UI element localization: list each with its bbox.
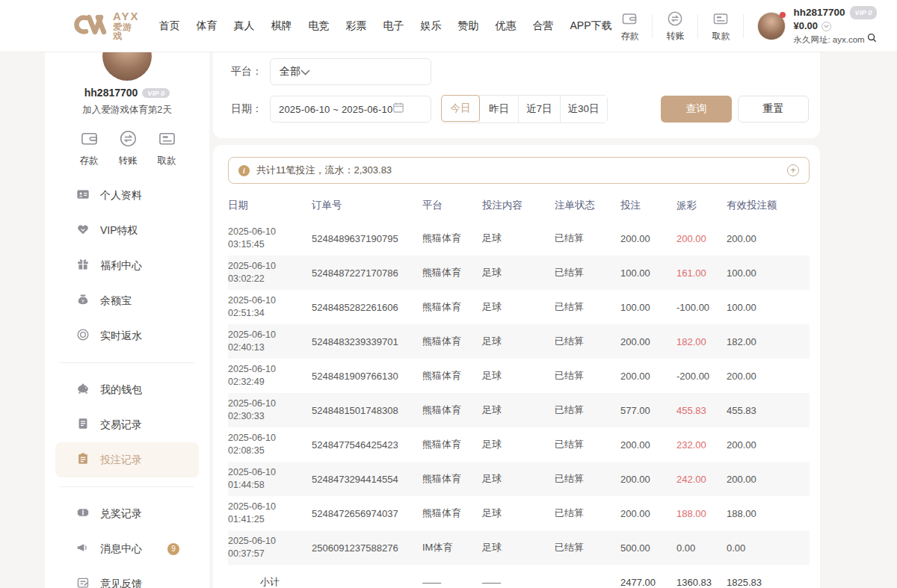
nav-item[interactable]: 真人 [233,19,254,33]
sidebar-item-profile[interactable]: 个人资料 [55,178,199,213]
cell-payout: -100.00 [676,302,727,313]
quick-date-group: 今日 昨日 近7日 近30日 [441,95,608,123]
cell-payout: 232.00 [676,439,727,451]
user-avatar[interactable] [757,12,786,40]
nav-item[interactable]: 体育 [196,19,217,33]
nav-item[interactable]: 棋牌 [271,19,292,33]
reset-button[interactable]: 重置 [738,96,809,123]
date-label: 日期： [231,102,270,116]
cell-status: 已结算 [555,541,620,554]
cell-payout: 455.83 [676,405,727,416]
money-bag-icon [76,293,90,309]
cell-date: 2025-06-1002:30:33 [228,397,312,423]
expand-icon[interactable]: + [787,164,799,176]
cell-content: 足球 [482,438,555,451]
col-bet: 投注 [620,199,676,212]
nav-item[interactable]: 首页 [158,19,179,33]
sidebar-item-vip[interactable]: VIP特权 [55,213,199,248]
sidebar-item-wallet[interactable]: 我的钱包 [55,372,199,407]
gift-icon [76,258,90,273]
cell-bet: 500.00 [620,542,676,554]
sidebar-item-rebate[interactable]: 实时返水 [55,318,199,353]
nav-item[interactable]: 合营 [532,19,553,33]
filter-panel: 平台： 全部 日期： 2025-06-10 ~ 2025-06-10 今日 [213,52,820,138]
cell-bet: 200.00 [620,371,676,382]
cell-order: 5248481909766130 [312,371,422,382]
sidebar-item-message-center[interactable]: 消息中心 9 [55,531,199,566]
sidebar-quick-actions: 存款 转账 取款 [45,129,209,167]
balance-toggle-icon[interactable] [822,22,831,31]
cell-content: 足球 [482,472,555,486]
message-count-badge: 9 [167,543,179,555]
cell-date: 2025-06-1001:41:25 [228,501,312,526]
cell-valid: 200.00 [727,439,810,451]
quick-date-7days[interactable]: 近7日 [518,96,560,123]
cell-date: 2025-06-1003:02:22 [228,260,312,285]
sidebar-transfer-button[interactable]: 转账 [111,129,145,167]
sidebar-item-feedback[interactable]: 意见反馈 [55,566,199,588]
table-row: 2025-06-1001:44:58 5248473294414554 熊猫体育… [228,462,810,496]
bank-card-icon [157,129,177,152]
cell-content: 足球 [482,403,555,417]
cell-date: 2025-06-1002:40:13 [228,329,312,354]
col-date: 日期 [228,199,312,212]
notification-dot [780,12,786,18]
quick-date-30days[interactable]: 近30日 [560,96,607,123]
table-body: 2025-06-1003:15:45 5248489637190795 熊猫体育… [228,221,810,565]
nav-item[interactable]: 娱乐 [420,19,441,33]
cell-content: 足球 [482,232,555,245]
feedback-icon [76,576,90,588]
cell-status: 已结算 [555,438,620,451]
rebate-circle-icon [76,328,90,344]
col-content: 投注内容 [482,199,555,212]
cell-bet: 200.00 [620,336,676,347]
header-transfer-button[interactable]: 转账 [657,10,693,43]
date-range-input[interactable]: 2025-06-10 ~ 2025-06-10 [270,96,431,123]
table-row: 2025-06-1001:41:25 5248472656974037 熊猫体育… [228,496,810,530]
sidebar-item-yuebao[interactable]: 余额宝 [55,283,199,318]
nav-item[interactable]: 赞助 [457,19,478,33]
sidebar-deposit-button[interactable]: 存款 [72,129,106,167]
cell-platform: 熊猫体育 [422,335,482,348]
nav-item[interactable]: 电子 [383,19,404,33]
summary-bar: i 共计11笔投注，流水：2,303.83 + [228,157,810,184]
cell-order: 5248483239339701 [312,336,422,347]
sidebar-item-bet-records[interactable]: 投注记录 [55,442,199,477]
header-deposit-button[interactable]: 存款 [611,10,647,43]
sidebar-item-prize-records[interactable]: 兑奖记录 [55,496,199,531]
sidebar-withdraw-button[interactable]: 取款 [150,129,184,167]
table-row: 2025-06-1003:15:45 5248489637190795 熊猫体育… [228,221,810,256]
table-row: 2025-06-1002:51:34 5248485282261606 熊猫体育… [228,290,810,324]
cell-content: 足球 [482,335,555,348]
nav-item[interactable]: 彩票 [345,19,366,33]
subtotal-payout: 1360.83 [676,577,727,588]
sidebar-item-transactions[interactable]: 交易记录 [55,407,199,442]
top-header: AYX 爱游戏 首页体育真人棋牌电竞彩票电子娱乐赞助优惠合营APP下载 存款 转… [0,0,897,52]
cell-content: 足球 [482,266,555,279]
quick-date-today[interactable]: 今日 [441,95,480,122]
cell-platform: IM体育 [422,541,482,554]
cell-order: 5248473294414554 [312,474,422,485]
bet-records-icon [76,452,90,468]
brand-logo[interactable]: AYX 爱游戏 [73,10,139,41]
nav-item[interactable]: 优惠 [495,19,516,33]
joined-days-text: 加入爱游戏体育第2天 [45,104,209,117]
nav-item[interactable]: APP下载 [570,19,611,33]
platform-select[interactable]: 全部 [270,58,431,85]
cell-order: 2506091237588276 [312,542,422,554]
sidebar-menu: 个人资料 VIP特权 福利中心 余额宝 实时返水 [45,178,209,588]
table-row: 2025-06-1002:08:35 5248477546425423 熊猫体育… [228,427,810,462]
cell-order: 5248472656974037 [312,508,422,519]
table-row: 2025-06-1002:40:13 5248483239339701 熊猫体育… [228,324,810,359]
quick-date-yesterday[interactable]: 昨日 [479,96,518,123]
cell-payout: 182.00 [676,336,727,347]
cell-platform: 熊猫体育 [422,266,482,279]
nav-item[interactable]: 电竞 [308,19,329,33]
main-nav: 首页体育真人棋牌电竞彩票电子娱乐赞助优惠合营APP下载 [158,19,611,33]
cell-platform: 熊猫体育 [422,472,482,486]
search-icon[interactable] [867,33,877,46]
search-button[interactable]: 查询 [661,96,732,123]
header-withdraw-button[interactable]: 取款 [703,10,739,43]
sidebar-item-welfare[interactable]: 福利中心 [55,248,199,283]
cell-valid: 100.00 [727,302,810,313]
